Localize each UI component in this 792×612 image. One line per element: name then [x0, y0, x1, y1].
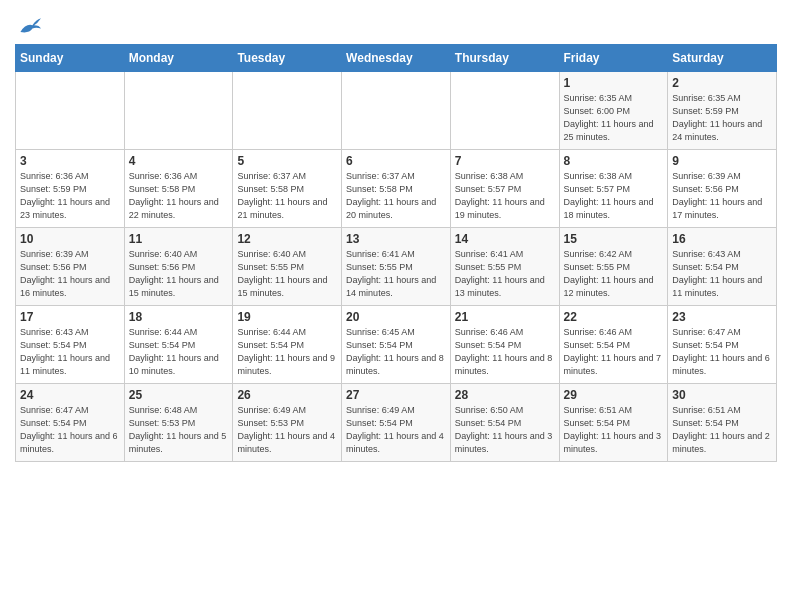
day-number: 18	[129, 310, 229, 324]
day-number: 5	[237, 154, 337, 168]
calendar-cell	[16, 72, 125, 150]
day-number: 24	[20, 388, 120, 402]
calendar-cell	[124, 72, 233, 150]
day-number: 11	[129, 232, 229, 246]
calendar-cell: 2Sunrise: 6:35 AM Sunset: 5:59 PM Daylig…	[668, 72, 777, 150]
day-info: Sunrise: 6:44 AM Sunset: 5:54 PM Dayligh…	[237, 326, 337, 378]
calendar-cell: 21Sunrise: 6:46 AM Sunset: 5:54 PM Dayli…	[450, 306, 559, 384]
calendar-cell: 18Sunrise: 6:44 AM Sunset: 5:54 PM Dayli…	[124, 306, 233, 384]
day-number: 21	[455, 310, 555, 324]
day-info: Sunrise: 6:48 AM Sunset: 5:53 PM Dayligh…	[129, 404, 229, 456]
calendar-cell: 9Sunrise: 6:39 AM Sunset: 5:56 PM Daylig…	[668, 150, 777, 228]
day-number: 27	[346, 388, 446, 402]
calendar-cell: 8Sunrise: 6:38 AM Sunset: 5:57 PM Daylig…	[559, 150, 668, 228]
day-info: Sunrise: 6:49 AM Sunset: 5:53 PM Dayligh…	[237, 404, 337, 456]
day-info: Sunrise: 6:39 AM Sunset: 5:56 PM Dayligh…	[672, 170, 772, 222]
day-number: 9	[672, 154, 772, 168]
week-row-2: 3Sunrise: 6:36 AM Sunset: 5:59 PM Daylig…	[16, 150, 777, 228]
week-row-1: 1Sunrise: 6:35 AM Sunset: 6:00 PM Daylig…	[16, 72, 777, 150]
calendar-cell: 19Sunrise: 6:44 AM Sunset: 5:54 PM Dayli…	[233, 306, 342, 384]
column-header-monday: Monday	[124, 45, 233, 72]
calendar-cell: 26Sunrise: 6:49 AM Sunset: 5:53 PM Dayli…	[233, 384, 342, 462]
day-info: Sunrise: 6:36 AM Sunset: 5:59 PM Dayligh…	[20, 170, 120, 222]
day-info: Sunrise: 6:37 AM Sunset: 5:58 PM Dayligh…	[237, 170, 337, 222]
calendar-cell: 29Sunrise: 6:51 AM Sunset: 5:54 PM Dayli…	[559, 384, 668, 462]
day-info: Sunrise: 6:38 AM Sunset: 5:57 PM Dayligh…	[455, 170, 555, 222]
day-number: 22	[564, 310, 664, 324]
day-number: 23	[672, 310, 772, 324]
day-info: Sunrise: 6:35 AM Sunset: 6:00 PM Dayligh…	[564, 92, 664, 144]
calendar-cell: 5Sunrise: 6:37 AM Sunset: 5:58 PM Daylig…	[233, 150, 342, 228]
day-number: 12	[237, 232, 337, 246]
day-info: Sunrise: 6:51 AM Sunset: 5:54 PM Dayligh…	[672, 404, 772, 456]
calendar-cell: 28Sunrise: 6:50 AM Sunset: 5:54 PM Dayli…	[450, 384, 559, 462]
calendar-cell: 23Sunrise: 6:47 AM Sunset: 5:54 PM Dayli…	[668, 306, 777, 384]
day-info: Sunrise: 6:45 AM Sunset: 5:54 PM Dayligh…	[346, 326, 446, 378]
column-header-tuesday: Tuesday	[233, 45, 342, 72]
calendar-cell: 27Sunrise: 6:49 AM Sunset: 5:54 PM Dayli…	[342, 384, 451, 462]
calendar-cell: 1Sunrise: 6:35 AM Sunset: 6:00 PM Daylig…	[559, 72, 668, 150]
day-number: 3	[20, 154, 120, 168]
day-info: Sunrise: 6:44 AM Sunset: 5:54 PM Dayligh…	[129, 326, 229, 378]
day-number: 26	[237, 388, 337, 402]
calendar-cell	[233, 72, 342, 150]
calendar-cell: 10Sunrise: 6:39 AM Sunset: 5:56 PM Dayli…	[16, 228, 125, 306]
day-number: 30	[672, 388, 772, 402]
calendar-cell: 12Sunrise: 6:40 AM Sunset: 5:55 PM Dayli…	[233, 228, 342, 306]
day-info: Sunrise: 6:46 AM Sunset: 5:54 PM Dayligh…	[455, 326, 555, 378]
column-header-friday: Friday	[559, 45, 668, 72]
day-number: 7	[455, 154, 555, 168]
day-info: Sunrise: 6:42 AM Sunset: 5:55 PM Dayligh…	[564, 248, 664, 300]
calendar-table: SundayMondayTuesdayWednesdayThursdayFrid…	[15, 44, 777, 462]
calendar-cell: 25Sunrise: 6:48 AM Sunset: 5:53 PM Dayli…	[124, 384, 233, 462]
day-info: Sunrise: 6:47 AM Sunset: 5:54 PM Dayligh…	[20, 404, 120, 456]
calendar-cell: 30Sunrise: 6:51 AM Sunset: 5:54 PM Dayli…	[668, 384, 777, 462]
calendar-cell: 20Sunrise: 6:45 AM Sunset: 5:54 PM Dayli…	[342, 306, 451, 384]
calendar-cell: 13Sunrise: 6:41 AM Sunset: 5:55 PM Dayli…	[342, 228, 451, 306]
calendar-cell: 4Sunrise: 6:36 AM Sunset: 5:58 PM Daylig…	[124, 150, 233, 228]
day-info: Sunrise: 6:51 AM Sunset: 5:54 PM Dayligh…	[564, 404, 664, 456]
day-info: Sunrise: 6:49 AM Sunset: 5:54 PM Dayligh…	[346, 404, 446, 456]
day-number: 4	[129, 154, 229, 168]
calendar-cell: 14Sunrise: 6:41 AM Sunset: 5:55 PM Dayli…	[450, 228, 559, 306]
day-number: 14	[455, 232, 555, 246]
column-header-thursday: Thursday	[450, 45, 559, 72]
calendar-cell: 15Sunrise: 6:42 AM Sunset: 5:55 PM Dayli…	[559, 228, 668, 306]
day-number: 29	[564, 388, 664, 402]
day-number: 17	[20, 310, 120, 324]
calendar-cell: 6Sunrise: 6:37 AM Sunset: 5:58 PM Daylig…	[342, 150, 451, 228]
day-info: Sunrise: 6:38 AM Sunset: 5:57 PM Dayligh…	[564, 170, 664, 222]
day-info: Sunrise: 6:43 AM Sunset: 5:54 PM Dayligh…	[20, 326, 120, 378]
day-number: 6	[346, 154, 446, 168]
day-number: 8	[564, 154, 664, 168]
week-row-3: 10Sunrise: 6:39 AM Sunset: 5:56 PM Dayli…	[16, 228, 777, 306]
calendar-cell: 16Sunrise: 6:43 AM Sunset: 5:54 PM Dayli…	[668, 228, 777, 306]
day-info: Sunrise: 6:41 AM Sunset: 5:55 PM Dayligh…	[455, 248, 555, 300]
day-number: 28	[455, 388, 555, 402]
logo	[15, 16, 41, 36]
week-row-5: 24Sunrise: 6:47 AM Sunset: 5:54 PM Dayli…	[16, 384, 777, 462]
day-number: 15	[564, 232, 664, 246]
day-info: Sunrise: 6:41 AM Sunset: 5:55 PM Dayligh…	[346, 248, 446, 300]
column-header-sunday: Sunday	[16, 45, 125, 72]
header-row: SundayMondayTuesdayWednesdayThursdayFrid…	[16, 45, 777, 72]
week-row-4: 17Sunrise: 6:43 AM Sunset: 5:54 PM Dayli…	[16, 306, 777, 384]
day-number: 16	[672, 232, 772, 246]
day-info: Sunrise: 6:47 AM Sunset: 5:54 PM Dayligh…	[672, 326, 772, 378]
day-number: 20	[346, 310, 446, 324]
day-number: 13	[346, 232, 446, 246]
day-number: 10	[20, 232, 120, 246]
calendar-cell: 7Sunrise: 6:38 AM Sunset: 5:57 PM Daylig…	[450, 150, 559, 228]
day-info: Sunrise: 6:39 AM Sunset: 5:56 PM Dayligh…	[20, 248, 120, 300]
day-info: Sunrise: 6:37 AM Sunset: 5:58 PM Dayligh…	[346, 170, 446, 222]
column-header-saturday: Saturday	[668, 45, 777, 72]
page-header	[15, 10, 777, 36]
calendar-cell: 11Sunrise: 6:40 AM Sunset: 5:56 PM Dayli…	[124, 228, 233, 306]
day-info: Sunrise: 6:36 AM Sunset: 5:58 PM Dayligh…	[129, 170, 229, 222]
day-number: 25	[129, 388, 229, 402]
calendar-cell	[450, 72, 559, 150]
calendar-cell: 17Sunrise: 6:43 AM Sunset: 5:54 PM Dayli…	[16, 306, 125, 384]
column-header-wednesday: Wednesday	[342, 45, 451, 72]
day-info: Sunrise: 6:40 AM Sunset: 5:56 PM Dayligh…	[129, 248, 229, 300]
day-number: 2	[672, 76, 772, 90]
